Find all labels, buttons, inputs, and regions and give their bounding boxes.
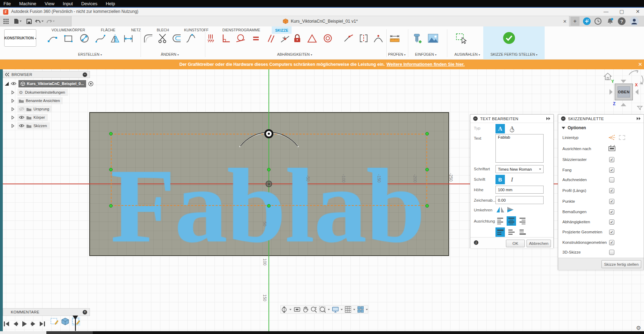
home-view-icon[interactable]	[604, 72, 612, 81]
visibility-eye-icon[interactable]	[19, 124, 24, 128]
group-label-pruefen[interactable]: PRÜFEN	[388, 52, 406, 56]
sketch-feature-icon[interactable]	[50, 317, 59, 326]
extensions-icon[interactable]	[583, 17, 591, 25]
banner-close-icon[interactable]: ✕	[637, 62, 643, 67]
offset-tool-icon[interactable]	[171, 32, 183, 44]
dialog-minimize-icon[interactable]: −	[473, 116, 478, 121]
fang-checkbox[interactable]	[609, 168, 614, 173]
viewcube-arrow-up[interactable]	[621, 80, 626, 83]
maximize-button[interactable]: ▢	[618, 8, 625, 15]
line-tool-icon[interactable]	[46, 32, 58, 44]
abhaengigkeiten-checkbox[interactable]	[609, 219, 614, 225]
trim-tool-icon[interactable]	[157, 32, 168, 44]
parallel-constraint-icon[interactable]	[265, 32, 277, 44]
file-menu-icon[interactable]	[13, 18, 23, 25]
select-tool-icon[interactable]	[455, 32, 467, 44]
fix-constraint-icon[interactable]	[205, 32, 217, 44]
comments-header[interactable]: KOMMENTARE +	[3, 308, 90, 316]
group-label-einfuegen[interactable]: EINFÜGEN	[415, 52, 436, 56]
spline-tool-icon[interactable]	[94, 32, 106, 44]
go-to-end-icon[interactable]	[39, 321, 45, 327]
browser-item-benannte-ansichten[interactable]: Benannte Ansichten	[11, 97, 63, 104]
group-label-aendern[interactable]: ÄNDERN	[161, 52, 179, 56]
collapse-panel-icon[interactable]	[5, 73, 9, 76]
midpoint-constraint-icon[interactable]	[343, 32, 355, 44]
cancel-button[interactable]: Abbrechen	[526, 240, 551, 247]
viewports-icon[interactable]	[357, 306, 364, 313]
measure-tool-icon[interactable]	[389, 32, 401, 44]
new-document-tab-button[interactable]: +	[570, 17, 579, 26]
handle-bottom-right[interactable]	[425, 204, 429, 208]
handle-mid-left[interactable]	[109, 168, 113, 171]
save-icon[interactable]	[25, 18, 33, 25]
browser-item-dokumenteinstellungen[interactable]: ⚙ Dokumenteinstellungen	[11, 89, 68, 96]
expand-arrow-icon[interactable]	[11, 99, 15, 103]
user-avatar[interactable]	[630, 17, 639, 26]
text-input[interactable]: Fablab	[495, 134, 544, 163]
coincident-constraint-icon[interactable]	[279, 32, 291, 44]
linetype-profile-icon[interactable]	[618, 134, 626, 141]
construction-dropdown-button[interactable]: KONSTRUKTION	[4, 29, 36, 47]
spacing-input[interactable]	[495, 196, 544, 204]
polygon-constraint-icon[interactable]	[306, 32, 318, 44]
expand-arrow-icon[interactable]	[11, 90, 15, 95]
settings-gear-icon[interactable]: ⚙	[636, 325, 641, 331]
expand-arrow-icon[interactable]	[11, 124, 15, 128]
viewcube-face-label[interactable]: OBEN	[618, 90, 630, 94]
vm-menu-input[interactable]: Input	[63, 1, 73, 6]
viewcube[interactable]: OBEN	[615, 84, 633, 100]
close-button[interactable]: ✕	[634, 8, 641, 15]
vm-menu-help[interactable]: Help	[106, 1, 115, 6]
app-grid-icon[interactable]	[2, 18, 10, 25]
group-label-erstellen[interactable]: ERSTELLEN	[78, 52, 102, 56]
palette-header[interactable]: − SKIZZENPALETTE	[558, 115, 644, 123]
rotate-handle[interactable]	[264, 129, 273, 138]
grid-settings-icon[interactable]	[345, 306, 351, 313]
fillet-tool-icon[interactable]	[142, 32, 154, 44]
perpendicular-constraint-icon[interactable]	[220, 32, 232, 44]
minimize-button[interactable]: —	[603, 8, 609, 15]
expand-arrow-icon[interactable]	[5, 82, 9, 86]
text-on-path-icon[interactable]: A	[507, 124, 517, 133]
browser-root-row[interactable]: Kurs_ViktoriaCnC_Beispiel_0...	[5, 80, 93, 87]
symmetry-constraint-icon[interactable]	[358, 32, 370, 44]
palette-expand-icon[interactable]	[636, 117, 641, 120]
curvature-constraint-icon[interactable]	[372, 32, 384, 44]
viewcube-arrow-left[interactable]	[609, 89, 613, 95]
history-clock-icon[interactable]	[594, 17, 602, 25]
info-icon[interactable]: i	[474, 240, 478, 245]
tab-dienstprogramme[interactable]: DIENSTPROGRAMME	[222, 27, 260, 33]
group-label-skizze-fertig-stellen[interactable]: SKIZZE FERTIG STELLEN	[491, 52, 538, 56]
step-forward-icon[interactable]	[31, 321, 36, 327]
viewcube-menu-icon[interactable]	[637, 105, 643, 111]
mirror-tool-icon[interactable]	[109, 32, 121, 44]
tab-netz[interactable]: NETZ	[131, 27, 141, 33]
redo-icon[interactable]	[45, 18, 56, 25]
pan-hand-icon[interactable]	[302, 306, 308, 313]
browser-item-skizzen[interactable]: Skizzen	[11, 122, 50, 129]
align-to-machine-icon[interactable]	[608, 145, 615, 152]
handle-bottom-left[interactable]	[109, 204, 113, 208]
vm-menu-file[interactable]: File	[3, 1, 11, 6]
dimension-tool-icon[interactable]	[122, 32, 134, 44]
text-type-icon[interactable]: A	[495, 124, 505, 133]
browser-item-ursprung[interactable]: Ursprung	[11, 106, 52, 112]
ok-button[interactable]: OK	[506, 240, 525, 247]
handle-top-right[interactable]	[425, 132, 429, 135]
options-section[interactable]: Optionen	[562, 125, 586, 130]
vm-menu-view[interactable]: View	[45, 1, 54, 6]
body-feature-icon[interactable]	[61, 317, 69, 326]
expand-arrow-icon[interactable]	[11, 115, 15, 120]
visibility-eye-icon[interactable]	[11, 81, 16, 86]
finish-check-icon[interactable]	[503, 32, 515, 44]
3d-skizze-checkbox[interactable]	[609, 250, 614, 255]
linetype-construction-icon[interactable]	[608, 134, 615, 141]
rectangle-tool-icon[interactable]	[62, 32, 74, 44]
display-settings-icon[interactable]	[332, 306, 339, 313]
align-bottom-icon[interactable]	[518, 227, 527, 237]
finish-sketch-button[interactable]: Skizze fertig stellen	[601, 260, 641, 268]
insert-image-icon[interactable]	[427, 32, 439, 44]
aufschneiden-checkbox[interactable]	[609, 177, 614, 182]
handle-bottom-center[interactable]	[267, 204, 271, 208]
help-icon[interactable]: ?	[618, 17, 626, 25]
